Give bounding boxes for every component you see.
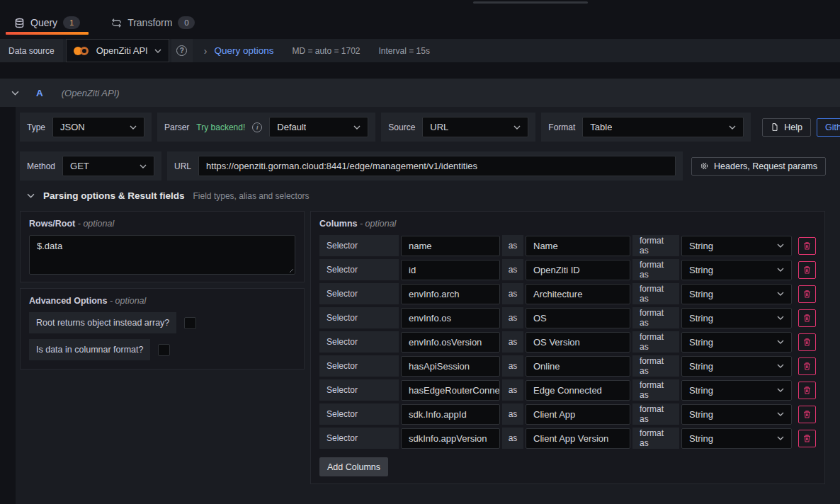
method-label: Method: [27, 161, 55, 171]
trash-icon: [802, 290, 812, 299]
trash-icon: [802, 434, 812, 443]
column-format-select[interactable]: String: [681, 404, 792, 425]
source-field-group: Source URL: [381, 113, 535, 142]
column-format-select[interactable]: String: [681, 260, 792, 280]
alias-input[interactable]: OpenZiti ID: [526, 260, 630, 280]
datasource-picker[interactable]: OpenZiti API: [66, 39, 169, 62]
column-format-select[interactable]: String: [681, 428, 792, 449]
format-as-label: format as: [632, 355, 679, 377]
column-format-select[interactable]: String: [681, 332, 792, 353]
selector-input[interactable]: sdkInfo.appVersion: [401, 428, 500, 449]
selector-input[interactable]: name: [401, 236, 500, 256]
as-label: as: [502, 283, 523, 304]
pane-drag-handle[interactable]: [473, 1, 588, 4]
add-columns-button[interactable]: Add Columns: [319, 457, 388, 476]
chevron-down-icon: [353, 125, 361, 130]
type-label: Type: [27, 122, 45, 132]
column-format-select[interactable]: String: [681, 236, 792, 256]
column-row: Selector sdkInfo.appVersion as Client Ap…: [319, 428, 816, 449]
alias-input[interactable]: Architecture: [526, 284, 630, 304]
gear-icon: [700, 161, 709, 171]
parser-try-backend-hint: Try backend!: [196, 122, 245, 132]
resize-handle[interactable]: [287, 266, 293, 273]
format-select[interactable]: Table: [582, 117, 744, 137]
alias-input[interactable]: Name: [526, 236, 630, 256]
chevron-down-icon: [729, 125, 736, 130]
column-row: Selector sdk.Info.appId as Client App fo…: [319, 403, 816, 425]
method-select[interactable]: GET: [62, 156, 154, 176]
help-button[interactable]: Help: [762, 118, 811, 137]
as-label: as: [502, 331, 523, 353]
github-button[interactable]: Github: [817, 118, 840, 137]
source-select[interactable]: URL: [422, 117, 528, 137]
delete-column-button[interactable]: [798, 237, 816, 255]
delete-column-button[interactable]: [798, 333, 816, 351]
tab-transform-label: Transform: [127, 17, 172, 28]
trash-icon: [802, 338, 812, 347]
delete-column-button[interactable]: [798, 430, 816, 447]
root-returns-object-checkbox[interactable]: [184, 317, 196, 329]
selector-input[interactable]: hasApiSession: [401, 356, 500, 377]
trash-icon: [802, 314, 812, 323]
columnar-format-checkbox[interactable]: [158, 344, 170, 356]
trash-icon: [802, 386, 812, 395]
source-label: Source: [388, 122, 415, 132]
column-format-select[interactable]: String: [681, 308, 792, 328]
alias-input[interactable]: OS Version: [526, 332, 630, 353]
column-format-select[interactable]: String: [681, 380, 792, 401]
parser-select[interactable]: Default: [269, 117, 368, 137]
delete-column-button[interactable]: [798, 382, 816, 399]
selector-label: Selector: [319, 403, 399, 425]
delete-column-button[interactable]: [798, 357, 816, 375]
alias-input[interactable]: Online: [526, 356, 630, 377]
column-row: Selector hasEdgeRouterConne as Edge Conn…: [319, 379, 816, 401]
type-select[interactable]: JSON: [52, 117, 144, 137]
chevron-down-icon: [27, 193, 35, 198]
info-circle-icon[interactable]: i: [252, 122, 262, 132]
transform-icon: [111, 18, 122, 28]
datasource-help-button[interactable]: ?: [171, 39, 193, 62]
headers-request-params-button[interactable]: Headers, Request params: [691, 157, 826, 176]
tab-query[interactable]: Query 1: [14, 16, 80, 39]
as-label: as: [502, 403, 523, 425]
alias-input[interactable]: OS: [526, 308, 630, 328]
selector-label: Selector: [319, 235, 399, 256]
chevron-down-icon: [777, 436, 784, 440]
selector-label: Selector: [319, 379, 399, 401]
as-label: as: [502, 307, 523, 328]
query-row-header[interactable]: A (OpenZiti API): [0, 79, 840, 107]
chevron-down-icon: [777, 412, 784, 416]
rows-root-input[interactable]: $.data: [29, 235, 295, 275]
selector-input[interactable]: id: [401, 260, 500, 280]
selector-label: Selector: [319, 307, 399, 328]
alias-input[interactable]: Client App Version: [526, 428, 630, 449]
format-as-label: format as: [632, 331, 679, 353]
selector-input[interactable]: envInfo.osVersion: [401, 332, 500, 353]
advanced-options-title: Advanced Options - optional: [29, 296, 295, 306]
selector-input[interactable]: envInfo.arch: [401, 284, 500, 304]
query-editor-body: Type JSON Parser Try backend! i Default …: [16, 107, 840, 504]
query-ref-id: A: [36, 88, 43, 98]
as-label: as: [502, 355, 523, 377]
url-input[interactable]: https://openziti.gorman.cloud:8441/edge/…: [198, 156, 676, 176]
selector-input[interactable]: hasEdgeRouterConne: [401, 380, 500, 401]
column-format-select[interactable]: String: [681, 356, 792, 377]
tab-transform[interactable]: Transform 0: [111, 16, 195, 39]
trash-icon: [802, 362, 812, 371]
alias-input[interactable]: Client App: [526, 404, 630, 425]
alias-input[interactable]: Edge Connected: [526, 380, 630, 401]
rows-root-title: Rows/Root - optional: [29, 219, 295, 229]
query-options-toggle[interactable]: Query options: [214, 39, 273, 62]
column-row: Selector hasApiSession as Online format …: [319, 355, 816, 377]
delete-column-button[interactable]: [798, 285, 816, 303]
parsing-options-section-toggle[interactable]: Parsing options & Result fields Field ty…: [27, 190, 840, 201]
selector-input[interactable]: sdk.Info.appId: [401, 404, 500, 425]
delete-column-button[interactable]: [798, 309, 816, 327]
delete-column-button[interactable]: [798, 406, 816, 423]
delete-column-button[interactable]: [798, 261, 816, 279]
tab-query-count: 1: [63, 16, 80, 29]
column-format-select[interactable]: String: [681, 284, 792, 304]
column-row: Selector envInfo.os as OS format as Stri…: [319, 307, 816, 328]
selector-input[interactable]: envInfo.os: [401, 308, 500, 328]
chevron-down-icon: [154, 49, 161, 53]
